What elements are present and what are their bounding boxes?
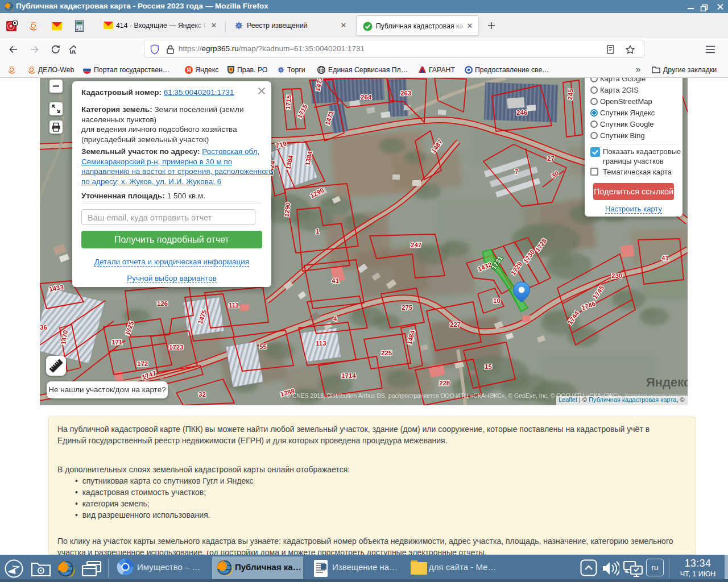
- svg-text:275: 275: [402, 304, 413, 311]
- svg-text:4: 4: [333, 315, 337, 322]
- svg-text:246: 246: [516, 109, 527, 116]
- svg-text:10: 10: [493, 297, 500, 304]
- svg-text:41: 41: [332, 277, 339, 284]
- svg-text:245: 245: [566, 88, 574, 100]
- svg-text:126: 126: [157, 300, 168, 307]
- svg-text:247: 247: [411, 242, 421, 248]
- svg-text:1: 1: [316, 228, 320, 235]
- svg-text:36: 36: [40, 324, 47, 331]
- svg-text:230: 230: [611, 272, 622, 279]
- svg-text:264: 264: [361, 94, 372, 101]
- svg-text:55: 55: [259, 343, 267, 350]
- svg-text:172: 172: [137, 360, 148, 367]
- svg-text:228: 228: [439, 380, 450, 386]
- svg-text:Яндекс: Яндекс: [646, 375, 688, 389]
- svg-text:171: 171: [111, 339, 123, 346]
- svg-text:27: 27: [547, 155, 555, 162]
- svg-text:225: 225: [381, 350, 392, 356]
- svg-text:15: 15: [485, 363, 492, 370]
- svg-text:Я: Я: [187, 67, 191, 73]
- svg-text:1714: 1714: [341, 372, 356, 379]
- svg-text:1723: 1723: [169, 344, 184, 351]
- svg-text:1715: 1715: [284, 94, 292, 110]
- svg-text:7: 7: [515, 168, 518, 175]
- svg-text:32: 32: [198, 391, 206, 398]
- svg-text:1290: 1290: [283, 202, 291, 218]
- svg-text:111: 111: [229, 302, 239, 309]
- svg-text:227: 227: [450, 321, 461, 328]
- svg-text:41: 41: [661, 255, 669, 261]
- svg-text:113: 113: [316, 340, 326, 347]
- svg-text:263: 263: [400, 90, 411, 97]
